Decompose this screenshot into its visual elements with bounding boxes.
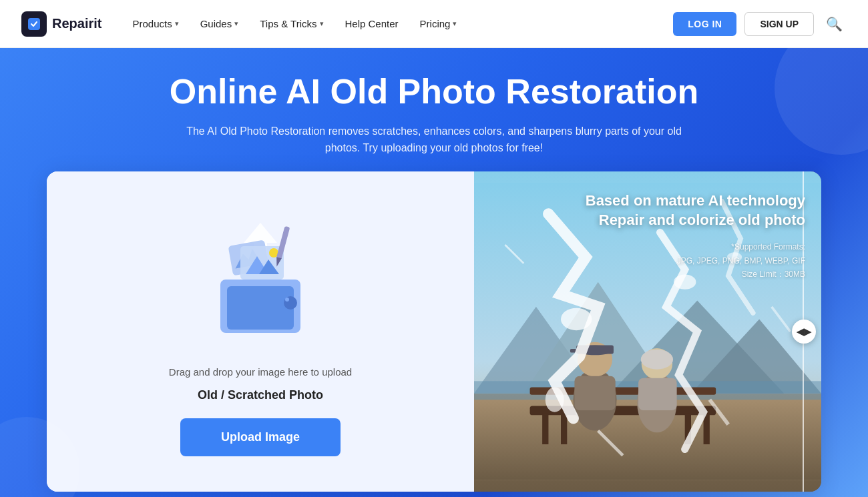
nav-item-tips-tricks[interactable]: Tips & Tricks ▾ [250,13,333,35]
comparison-slider-handle[interactable]: ◀▶ [792,320,816,344]
nav-item-guides[interactable]: Guides ▾ [191,13,248,35]
header: Repairit Products ▾ Guides ▾ Tips & Tric… [0,0,868,48]
hero-title: Online AI Old Photo Restoration [21,72,847,112]
logo-text: Repairit [52,16,101,31]
logo[interactable]: Repairit [21,11,101,37]
login-button[interactable]: LOG IN [673,12,736,36]
chevron-down-icon: ▾ [175,19,179,28]
search-icon: 🔍 [826,17,843,31]
svg-rect-36 [638,378,677,410]
photo-type-text: Old / Scratched Photo [198,388,323,402]
svg-point-37 [561,308,592,330]
main-card: Drag and drop your image here to upload … [47,171,821,492]
nav-item-help-center[interactable]: Help Center [336,13,408,35]
slider-arrows-icon: ◀▶ [797,326,811,337]
signup-button[interactable]: SIGN UP [744,12,814,36]
svg-rect-2 [227,286,294,330]
svg-rect-23 [542,414,548,444]
svg-rect-32 [574,376,615,410]
svg-rect-25 [561,414,567,444]
chevron-down-icon: ▾ [234,19,238,28]
chevron-down-icon: ▾ [453,19,457,28]
preview-panel: Based on mature AI technology Repair and… [474,171,821,492]
svg-point-39 [546,388,564,412]
upload-image-button[interactable]: Upload Image [180,418,341,456]
svg-point-35 [641,350,673,370]
upload-panel: Drag and drop your image here to upload … [47,171,474,492]
preview-photo: Based on mature AI technology Repair and… [474,171,821,492]
photo-background: Based on mature AI technology Repair and… [474,171,821,492]
drag-drop-text: Drag and drop your image here to upload [169,366,352,378]
hero-section: Online AI Old Photo Restoration The AI O… [0,48,868,497]
nav-item-products[interactable]: Products ▾ [123,13,188,35]
nav: Products ▾ Guides ▾ Tips & Tricks ▾ Help… [123,13,673,35]
preview-overlay-title: Based on mature AI technology Repair and… [586,191,805,229]
upload-illustration [187,206,334,353]
nav-actions: LOG IN SIGN UP 🔍 [673,12,847,36]
chevron-down-icon: ▾ [320,19,324,28]
nav-item-pricing[interactable]: Pricing ▾ [411,13,467,35]
preview-supported-formats: *Supported Formats: JPG, JPEG, PNG, BMP,… [586,240,805,281]
search-button[interactable]: 🔍 [822,12,847,36]
preview-overlay-text: Based on mature AI technology Repair and… [586,191,805,281]
logo-icon [21,11,47,37]
svg-point-13 [285,298,289,302]
svg-rect-0 [28,18,40,30]
hero-subtitle: The AI Old Photo Restoration removes scr… [174,123,694,157]
